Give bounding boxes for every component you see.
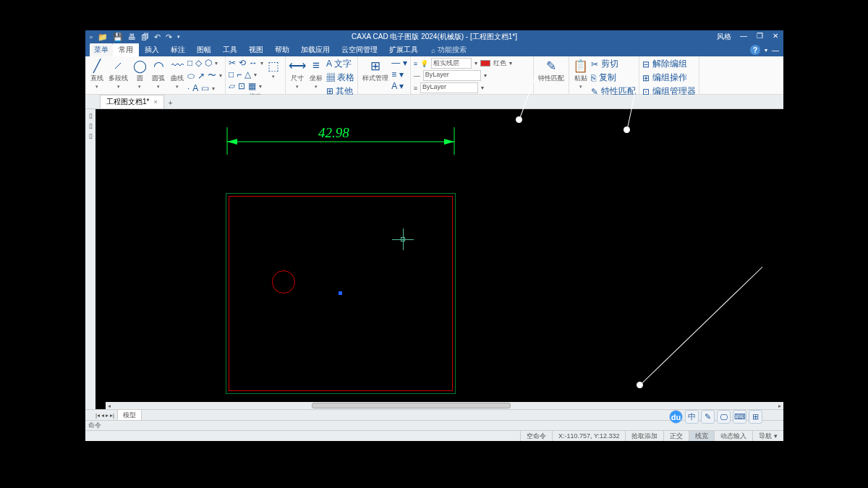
trim-icon[interactable]: ✂ [229,58,236,68]
doc-tab-close-icon[interactable]: × [153,98,157,106]
dimension-button[interactable]: ⟷尺寸▾ [289,58,306,90]
menu-common[interactable]: 常用 [113,43,139,57]
copy-icon[interactable]: ⎘ [591,73,596,83]
circle-button[interactable]: ◯圆▾ [131,58,148,90]
menu-insert[interactable]: 插入 [139,43,165,57]
block-icon[interactable]: ▭ [201,83,209,93]
dimstyle-dd[interactable]: ≡ ▾ [391,69,403,80]
close-button[interactable]: ✕ [767,32,783,42]
mirror-icon[interactable]: ↔ [249,58,258,68]
menu-help[interactable]: 帮助 [269,43,295,57]
style-label[interactable]: 风格 [712,32,736,42]
fillet-icon[interactable]: ⌐ [237,69,242,80]
hatch-icon[interactable]: ▦ [248,81,256,91]
polyline-button[interactable]: ⟋多段线▾ [107,58,129,90]
help-icon[interactable]: ? [750,45,760,55]
status-dyn-input[interactable]: 动态输入 [714,431,752,441]
qat-new-icon[interactable]: ▫ [90,33,93,41]
qat-undo-icon[interactable]: ↶ [154,33,161,42]
qat-dropdown-icon[interactable]: ▾ [177,34,180,40]
left-tool-1[interactable]: ▯ [89,112,93,119]
ungroup-icon[interactable]: ⊟ [642,59,650,69]
ribbon-search[interactable]: ⌕ 功能搜索 [431,45,467,55]
text-icon[interactable]: A [192,83,198,93]
rect-icon[interactable]: □ [187,58,192,68]
coord-button[interactable]: ≡坐标▾ [307,58,325,90]
scroll-track[interactable] [113,402,776,409]
textstyle-dd[interactable]: A ▾ [391,81,404,91]
ellipse-icon[interactable]: ⬭ [187,71,195,81]
paste-button[interactable]: 📋粘贴▾ [572,58,590,90]
linetype-combo[interactable]: ByLayer [423,70,481,81]
drawing-canvas[interactable]: 42.98 ◂ ▸ [95,109,783,409]
status-nav[interactable]: 导航 ▾ [752,431,783,441]
lineweight-combo[interactable]: ByLayer [420,82,478,93]
maximize-button[interactable]: ❐ [752,32,767,42]
scroll-left-icon[interactable]: ◂ [106,403,113,409]
menu-annotate[interactable]: 标注 [165,43,191,57]
hex-icon[interactable]: ⬡ [205,58,212,68]
status-pick-add[interactable]: 拾取添加 [625,431,663,441]
tab-prev-icon[interactable]: ◂ [101,412,104,419]
qat-print-icon[interactable]: 🖶 [128,33,136,41]
offset-icon[interactable]: □ [229,69,234,80]
arc-button[interactable]: ◠圆弧▾ [150,58,167,90]
style-manager-button[interactable]: ⊞样式管理 [361,58,390,84]
model-tab[interactable]: 模型 [117,409,142,421]
stretch-icon[interactable]: ▱ [229,81,235,91]
h-scrollbar[interactable]: ◂ ▸ [106,402,783,409]
ribbon-close-icon[interactable]: — [772,46,779,54]
minimize-button[interactable]: — [736,32,752,42]
layer-combo[interactable]: 粗实线层 [431,58,472,69]
menu-file[interactable]: 菜单 [90,43,113,57]
ime-lang-button[interactable]: 中 [685,410,699,424]
left-tool-3[interactable]: ▯ [89,132,93,140]
blue-grip-point[interactable] [339,291,342,295]
table-tool[interactable]: ▦ 表格 [326,72,354,84]
baidu-ime-icon[interactable]: du [669,410,683,424]
status-linewidth[interactable]: 线宽 [689,431,714,441]
menu-load-app[interactable]: 加载应用 [295,43,336,57]
line-button[interactable]: ╱直线▾ [88,58,106,90]
tab-last-icon[interactable]: ▸| [110,412,114,419]
qat-redo-icon[interactable]: ↷ [166,33,172,42]
chamfer-icon[interactable]: △ [244,69,251,80]
document-tab[interactable]: 工程图文档1* × [100,95,164,108]
arrow-icon[interactable]: ↗ [197,71,205,81]
menu-frame[interactable]: 图幅 [191,43,217,57]
scroll-right-icon[interactable]: ▸ [776,403,783,409]
layer-icon[interactable]: ≡ [414,60,417,67]
ime-screen-icon[interactable]: 🖵 [717,410,731,424]
match-props-button[interactable]: ✎特性匹配 [537,58,566,84]
linestyle-dd[interactable]: — ▾ [391,58,407,68]
curve-button[interactable]: 〰曲线▾ [169,58,186,90]
left-tool-2[interactable]: ▯ [89,122,93,129]
ime-keyboard-icon[interactable]: ⌨ [733,410,746,424]
tab-first-icon[interactable]: |◂ [95,412,100,419]
poly-icon[interactable]: ◇ [195,58,202,68]
color-swatch[interactable] [480,60,490,67]
qat-preview-icon[interactable]: 🗐 [141,33,149,41]
qat-open-icon[interactable]: 📁 [98,33,108,42]
array-icon[interactable]: ⊡ [238,81,245,91]
menu-tools[interactable]: 工具 [217,43,243,57]
point-icon[interactable]: · [187,83,190,93]
text-tool[interactable]: A 文字 [326,58,352,70]
menu-view[interactable]: 视图 [243,43,269,57]
bulb-icon[interactable]: 💡 [420,60,428,67]
menu-ext-tools[interactable]: 扩展工具 [383,43,424,57]
modify-more-button[interactable]: ⬚▾ [265,58,282,80]
menu-cloud[interactable]: 云空间管理 [336,43,383,57]
cut-icon[interactable]: ✂ [591,59,598,69]
ime-edit-icon[interactable]: ✎ [701,410,715,424]
wave-icon[interactable]: 〜 [208,69,216,82]
new-doc-tab-button[interactable]: + [164,98,177,108]
scroll-thumb[interactable] [312,403,511,408]
tab-next-icon[interactable]: ▸ [106,412,109,419]
group-op-icon[interactable]: ⊞ [642,73,650,83]
ribbon-min-icon[interactable]: ▾ [765,47,767,53]
rotate-icon[interactable]: ⟲ [239,58,246,68]
status-ortho[interactable]: 正交 [663,431,689,441]
ime-grid-icon[interactable]: ⊞ [749,410,762,424]
qat-save-icon[interactable]: 💾 [113,33,123,42]
